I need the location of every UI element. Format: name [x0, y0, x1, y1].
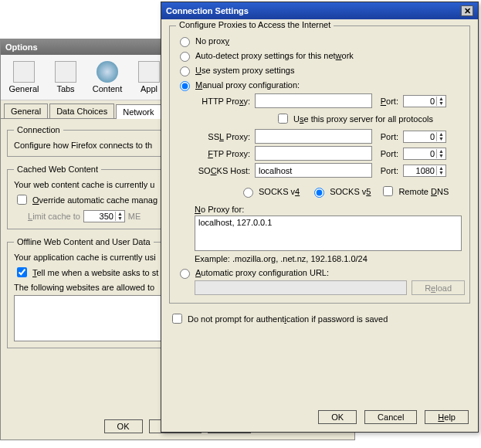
help-button[interactable]: Help: [425, 410, 469, 424]
ssl-label: SSL Proxy:: [195, 132, 250, 141]
dialog-title: Connection Settings: [166, 6, 249, 15]
port-label: Port:: [377, 97, 398, 106]
reload-button[interactable]: Reload: [412, 280, 465, 295]
toolbar-content[interactable]: Content: [87, 59, 127, 95]
options-ok-button[interactable]: OK: [104, 419, 143, 433]
all-protocols-checkbox[interactable]: Use this proxy server for all protocols: [275, 111, 465, 126]
socks-host-input[interactable]: [255, 163, 372, 178]
toolbar-tabs[interactable]: Tabs: [46, 59, 86, 95]
connection-settings-dialog: Connection Settings ✕ Configure Proxies …: [161, 2, 479, 433]
ok-button[interactable]: OK: [318, 410, 357, 424]
spinner-arrows-icon[interactable]: ▲▼: [436, 166, 445, 175]
options-title: Options: [5, 42, 38, 52]
tabs-icon: [55, 61, 76, 83]
port-label: Port:: [377, 132, 398, 141]
proxies-group: Configure Proxies to Access the Internet…: [169, 25, 470, 304]
http-port-spinner[interactable]: ▲▼: [403, 95, 446, 107]
cache-unit: ME: [128, 212, 141, 221]
port-label: Port:: [377, 149, 398, 158]
proxy-grid: HTTP Proxy: Port: ▲▼ Use this proxy serv…: [195, 93, 465, 202]
tab-general[interactable]: General: [4, 104, 48, 118]
socks-port-spinner[interactable]: ▲▼: [403, 165, 446, 177]
app-icon: [138, 61, 160, 83]
ftp-label: FTP Proxy:: [195, 149, 250, 158]
group-title: Configure Proxies to Access the Internet: [176, 20, 334, 29]
example-text: Example: .mozilla.org, .net.nz, 192.168.…: [195, 254, 465, 263]
auto-config-control: Reload: [195, 280, 465, 295]
http-proxy-input[interactable]: [255, 93, 372, 108]
connection-legend: Connection: [14, 125, 63, 134]
http-label: HTTP Proxy:: [195, 97, 250, 106]
tab-data-choices[interactable]: Data Choices: [49, 104, 114, 118]
globe-icon: [97, 61, 118, 83]
socks-version-row: SOCKS v4 SOCKS v5 Remote DNS: [238, 181, 465, 202]
socks4-radio[interactable]: SOCKS v4: [239, 185, 300, 198]
cancel-button[interactable]: Cancel: [364, 410, 417, 424]
close-icon[interactable]: ✕: [461, 5, 473, 16]
auto-config-radio[interactable]: Automatic proxy configuration URL:: [176, 266, 465, 279]
socks-label: SOCKS Host:: [195, 166, 250, 175]
tab-network[interactable]: Network: [116, 104, 161, 119]
spinner-arrows-icon[interactable]: ▲▼: [436, 132, 445, 141]
manual-radio[interactable]: Manual proxy configuration:: [176, 79, 465, 91]
use-system-radio[interactable]: Use system proxy settings: [176, 64, 465, 76]
dialog-body: Configure Proxies to Access the Internet…: [161, 19, 478, 335]
spinner-arrows-icon[interactable]: ▲▼: [115, 212, 124, 221]
offline-legend: Offline Web Content and User Data: [14, 237, 154, 246]
remote-dns-checkbox[interactable]: Remote DNS: [380, 184, 449, 199]
spinner-arrows-icon[interactable]: ▲▼: [436, 97, 445, 106]
ftp-proxy-input[interactable]: [255, 146, 372, 161]
cache-legend: Cached Web Content: [14, 165, 101, 174]
dialog-buttons: OK Cancel Help: [318, 410, 469, 424]
no-proxy-radio[interactable]: No proxy: [176, 35, 465, 47]
port-label: Port:: [377, 166, 398, 175]
no-prompt-checkbox[interactable]: Do not prompt for authentication if pass…: [169, 311, 470, 326]
spinner-arrows-icon[interactable]: ▲▼: [436, 149, 445, 158]
socks5-radio[interactable]: SOCKS v5: [310, 185, 371, 198]
noproxy-textarea[interactable]: localhost, 127.0.0.1: [195, 216, 462, 251]
noproxy-label: No Proxy for:: [195, 205, 465, 214]
ssl-port-spinner[interactable]: ▲▼: [403, 131, 446, 143]
auto-config-url-input[interactable]: [195, 280, 407, 295]
toolbar-general[interactable]: General: [4, 59, 44, 95]
ftp-port-spinner[interactable]: ▲▼: [403, 148, 446, 160]
limit-label: Limit cache to: [28, 212, 80, 221]
cache-size-spinner[interactable]: ▲▼: [83, 210, 125, 222]
dialog-titlebar: Connection Settings ✕: [161, 2, 478, 19]
auto-detect-radio[interactable]: Auto-detect proxy settings for this netw…: [176, 49, 465, 62]
ssl-proxy-input[interactable]: [255, 129, 372, 144]
page-icon: [13, 61, 35, 83]
